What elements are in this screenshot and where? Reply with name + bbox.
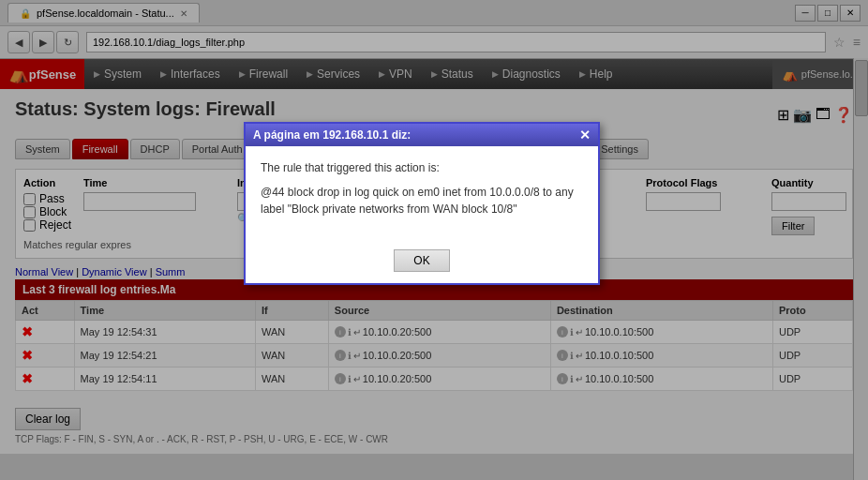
modal-close-button[interactable]: ✕: [579, 128, 591, 142]
modal-message: @44 block drop in log quick on em0 inet …: [261, 184, 583, 218]
modal-body: The rule that triggered this action is: …: [246, 146, 598, 242]
modal-titlebar: A página em 192.168.10.1 diz: ✕: [246, 124, 598, 146]
modal-ok-button[interactable]: OK: [394, 249, 450, 272]
modal-footer: OK: [246, 242, 598, 283]
modal-dialog: A página em 192.168.10.1 diz: ✕ The rule…: [244, 122, 600, 285]
modal-title: A página em 192.168.10.1 diz:: [253, 128, 411, 142]
modal-overlay: A página em 192.168.10.1 diz: ✕ The rule…: [0, 0, 868, 480]
modal-intro: The rule that triggered this action is:: [261, 161, 583, 174]
